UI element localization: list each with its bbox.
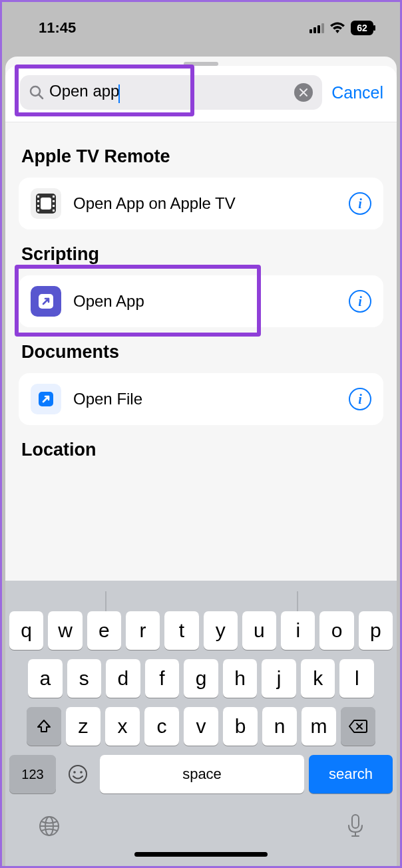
svg-point-15 xyxy=(73,771,76,774)
action-open-app[interactable]: Open App i xyxy=(19,275,383,327)
action-sheet: Open app Cancel Apple TV Remote Open App… xyxy=(5,57,397,866)
battery-icon: 62 xyxy=(351,21,373,35)
key-r[interactable]: r xyxy=(126,611,160,650)
key-t[interactable]: t xyxy=(164,611,198,650)
section-location: Location xyxy=(21,440,381,460)
numbers-key[interactable]: 123 xyxy=(9,755,56,794)
film-frame-icon xyxy=(31,188,61,219)
action-label: Open App xyxy=(73,292,337,311)
key-g[interactable]: g xyxy=(184,659,218,698)
key-a[interactable]: a xyxy=(28,659,63,698)
key-s[interactable]: s xyxy=(67,659,102,698)
space-key[interactable]: space xyxy=(100,755,304,794)
shift-key[interactable] xyxy=(27,707,61,746)
key-y[interactable]: y xyxy=(204,611,238,650)
search-input-value: Open app xyxy=(49,82,119,100)
action-open-app-apple-tv[interactable]: Open App on Apple TV i xyxy=(19,178,383,229)
svg-line-1 xyxy=(39,94,43,98)
action-label: Open App on Apple TV xyxy=(73,194,337,213)
search-field[interactable]: Open app xyxy=(20,75,322,110)
key-i[interactable]: i xyxy=(281,611,315,650)
key-x[interactable]: x xyxy=(105,707,140,746)
search-icon xyxy=(29,85,44,100)
key-q[interactable]: q xyxy=(9,611,43,650)
home-indicator[interactable] xyxy=(134,852,268,857)
section-apple-tv-remote: Apple TV Remote xyxy=(21,146,381,167)
svg-rect-20 xyxy=(352,815,359,828)
info-icon[interactable]: i xyxy=(349,290,371,313)
key-k[interactable]: k xyxy=(301,659,335,698)
search-key[interactable]: search xyxy=(309,755,393,794)
svg-rect-11 xyxy=(53,210,55,212)
globe-icon[interactable] xyxy=(37,814,61,841)
info-icon[interactable]: i xyxy=(349,388,371,410)
key-p[interactable]: p xyxy=(359,611,393,650)
key-e[interactable]: e xyxy=(87,611,121,650)
svg-rect-8 xyxy=(53,196,55,198)
key-w[interactable]: w xyxy=(48,611,82,650)
section-documents: Documents xyxy=(21,342,381,362)
key-c[interactable]: c xyxy=(144,707,179,746)
svg-point-14 xyxy=(69,766,87,783)
backspace-key[interactable] xyxy=(341,707,375,746)
key-u[interactable]: u xyxy=(242,611,276,650)
svg-rect-10 xyxy=(53,205,55,207)
key-d[interactable]: d xyxy=(106,659,140,698)
key-n[interactable]: n xyxy=(262,707,297,746)
section-scripting: Scripting xyxy=(21,244,381,265)
svg-rect-7 xyxy=(37,210,39,212)
wifi-icon xyxy=(329,22,345,34)
action-label: Open File xyxy=(73,390,337,408)
info-icon[interactable]: i xyxy=(349,192,371,215)
key-v[interactable]: v xyxy=(184,707,218,746)
open-app-icon xyxy=(31,286,61,317)
cellular-icon xyxy=(309,23,324,33)
status-bar: 11:45 62 xyxy=(2,2,400,54)
key-f[interactable]: f xyxy=(145,659,180,698)
clock: 11:45 xyxy=(39,19,76,37)
key-z[interactable]: z xyxy=(66,707,100,746)
key-b[interactable]: b xyxy=(223,707,258,746)
key-l[interactable]: l xyxy=(339,659,374,698)
svg-rect-4 xyxy=(37,196,39,198)
svg-rect-9 xyxy=(53,200,55,202)
svg-rect-3 xyxy=(41,198,51,210)
key-j[interactable]: j xyxy=(262,659,296,698)
cancel-button[interactable]: Cancel xyxy=(331,83,383,102)
clear-icon[interactable] xyxy=(294,83,313,102)
results-list: Apple TV Remote Open App on Apple TV i S… xyxy=(5,122,397,581)
open-file-icon xyxy=(31,384,61,414)
svg-rect-6 xyxy=(37,205,39,207)
action-open-file[interactable]: Open File i xyxy=(19,373,383,425)
key-o[interactable]: o xyxy=(319,611,353,650)
key-h[interactable]: h xyxy=(223,659,258,698)
keyboard: qwertyuiop asdfghjkl zxcvbnm 123 space s… xyxy=(5,581,397,866)
svg-point-16 xyxy=(80,771,83,774)
svg-rect-5 xyxy=(37,200,39,202)
mic-icon[interactable] xyxy=(346,813,365,841)
key-m[interactable]: m xyxy=(302,707,336,746)
emoji-key[interactable] xyxy=(61,755,95,794)
